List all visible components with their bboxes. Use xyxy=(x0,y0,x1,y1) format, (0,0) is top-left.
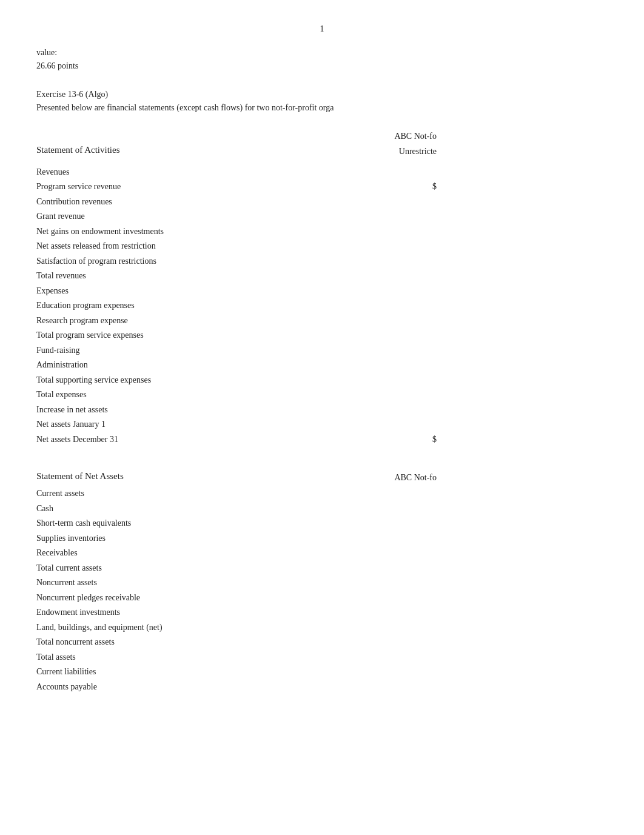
row-total-assets: Total assets xyxy=(36,650,608,665)
noncurrent-assets-value xyxy=(340,575,437,591)
administration-value xyxy=(340,358,437,373)
net-assets-jan-value xyxy=(340,417,437,432)
total-supporting-service-label: Total supporting service expenses xyxy=(36,373,340,388)
row-administration: Administration xyxy=(36,358,608,373)
points-label: 26.66 points xyxy=(36,59,608,73)
administration-label: Administration xyxy=(36,358,340,373)
row-increase-net-assets: Increase in net assets xyxy=(36,403,608,418)
expenses-header-label: Expenses xyxy=(36,284,340,299)
satisfaction-program-label: Satisfaction of program restrictions xyxy=(36,254,340,269)
total-expenses-label: Total expenses xyxy=(36,387,340,403)
row-program-service-revenue: Program service revenue $ xyxy=(36,179,608,195)
row-total-noncurrent: Total noncurrent assets xyxy=(36,635,608,650)
revenues-header-label: Revenues xyxy=(36,165,340,180)
total-revenues-value xyxy=(340,269,437,284)
net-assets-released-value xyxy=(340,239,437,254)
cash-value xyxy=(340,501,437,517)
row-total-current-assets: Total current assets xyxy=(36,561,608,576)
row-total-supporting-service: Total supporting service expenses xyxy=(36,373,608,388)
revenues-header-row: Revenues xyxy=(36,165,608,180)
exercise-description: Presented below are financial statements… xyxy=(36,101,608,115)
program-service-revenue-value: $ xyxy=(340,179,437,195)
fund-raising-value xyxy=(340,343,437,358)
row-land-buildings: Land, buildings, and equipment (net) xyxy=(36,620,608,635)
education-expenses-label: Education program expenses xyxy=(36,298,340,314)
program-service-revenue-label: Program service revenue xyxy=(36,179,340,195)
total-current-assets-value xyxy=(340,561,437,576)
total-revenues-label: Total revenues xyxy=(36,269,340,284)
accounts-payable-value xyxy=(340,680,437,695)
current-liabilities-label: Current liabilities xyxy=(36,665,340,680)
row-education-expenses: Education program expenses xyxy=(36,298,608,314)
current-liabilities-value xyxy=(340,665,437,680)
receivables-value xyxy=(340,546,437,561)
row-contribution-revenues: Contribution revenues xyxy=(36,195,608,210)
row-supplies-inventories: Supplies inventories xyxy=(36,531,608,546)
grant-revenue-label: Grant revenue xyxy=(36,209,340,224)
row-net-assets-released: Net assets released from restriction xyxy=(36,239,608,254)
supplies-inventories-value xyxy=(340,531,437,546)
row-noncurrent-pledges: Noncurrent pledges receivable xyxy=(36,591,608,606)
net-assets-dec-value: $ xyxy=(340,432,437,448)
row-accounts-payable: Accounts payable xyxy=(36,680,608,695)
noncurrent-pledges-value xyxy=(340,591,437,606)
education-expenses-value xyxy=(340,298,437,314)
row-current-assets: Current assets xyxy=(36,486,608,501)
satisfaction-program-value xyxy=(340,254,437,269)
contribution-revenues-label: Contribution revenues xyxy=(36,195,340,210)
row-receivables: Receivables xyxy=(36,546,608,561)
research-expense-value xyxy=(340,314,437,329)
row-short-term-cash: Short-term cash equivalents xyxy=(36,516,608,531)
revenues-header-value xyxy=(340,165,437,180)
supplies-inventories-label: Supplies inventories xyxy=(36,531,340,546)
row-research-expense: Research program expense xyxy=(36,314,608,329)
row-endowment-investments: Endowment investments xyxy=(36,605,608,620)
expenses-header-row: Expenses xyxy=(36,284,608,299)
total-expenses-value xyxy=(340,387,437,403)
increase-net-assets-label: Increase in net assets xyxy=(36,403,340,418)
fund-raising-label: Fund-raising xyxy=(36,343,340,358)
total-supporting-service-value xyxy=(340,373,437,388)
activities-title: Statement of Activities xyxy=(36,145,340,158)
activities-header-blank xyxy=(36,130,340,143)
contribution-revenues-value xyxy=(340,195,437,210)
land-buildings-label: Land, buildings, and equipment (net) xyxy=(36,620,340,635)
row-total-revenues: Total revenues xyxy=(36,269,608,284)
row-total-expenses: Total expenses xyxy=(36,387,608,403)
activities-header-col1: ABC Not-fo xyxy=(340,130,437,143)
net-assets-header-row: Statement of Net Assets ABC Not-fo xyxy=(36,471,608,484)
exercise-section: Exercise 13-6 (Algo) Presented below are… xyxy=(36,88,608,115)
row-fund-raising: Fund-raising xyxy=(36,343,608,358)
row-net-gains: Net gains on endowment investments xyxy=(36,224,608,240)
activities-title-row: Statement of Activities Unrestricte xyxy=(36,145,608,158)
row-cash: Cash xyxy=(36,501,608,517)
total-noncurrent-value xyxy=(340,635,437,650)
net-assets-header-col: ABC Not-fo xyxy=(340,471,437,484)
exercise-label: Exercise 13-6 (Algo) xyxy=(36,88,608,101)
row-net-assets-jan: Net assets January 1 xyxy=(36,417,608,432)
net-gains-value xyxy=(340,224,437,240)
receivables-label: Receivables xyxy=(36,546,340,561)
value-label: value: xyxy=(36,46,608,59)
research-expense-label: Research program expense xyxy=(36,314,340,329)
net-gains-label: Net gains on endowment investments xyxy=(36,224,340,240)
current-assets-label: Current assets xyxy=(36,486,340,501)
net-assets-dec-label: Net assets December 31 xyxy=(36,432,340,448)
net-assets-title: Statement of Net Assets xyxy=(36,471,340,484)
grant-revenue-value xyxy=(340,209,437,224)
short-term-cash-value xyxy=(340,516,437,531)
short-term-cash-label: Short-term cash equivalents xyxy=(36,516,340,531)
endowment-investments-value xyxy=(340,605,437,620)
expenses-header-value xyxy=(340,284,437,299)
total-noncurrent-label: Total noncurrent assets xyxy=(36,635,340,650)
meta-section: value: 26.66 points xyxy=(36,46,608,73)
row-noncurrent-assets: Noncurrent assets xyxy=(36,575,608,591)
activities-section: ABC Not-fo Statement of Activities Unres… xyxy=(36,130,608,448)
row-net-assets-dec: Net assets December 31 $ xyxy=(36,432,608,448)
increase-net-assets-value xyxy=(340,403,437,418)
noncurrent-pledges-label: Noncurrent pledges receivable xyxy=(36,591,340,606)
accounts-payable-label: Accounts payable xyxy=(36,680,340,695)
total-current-assets-label: Total current assets xyxy=(36,561,340,576)
land-buildings-value xyxy=(340,620,437,635)
current-assets-value xyxy=(340,486,437,501)
